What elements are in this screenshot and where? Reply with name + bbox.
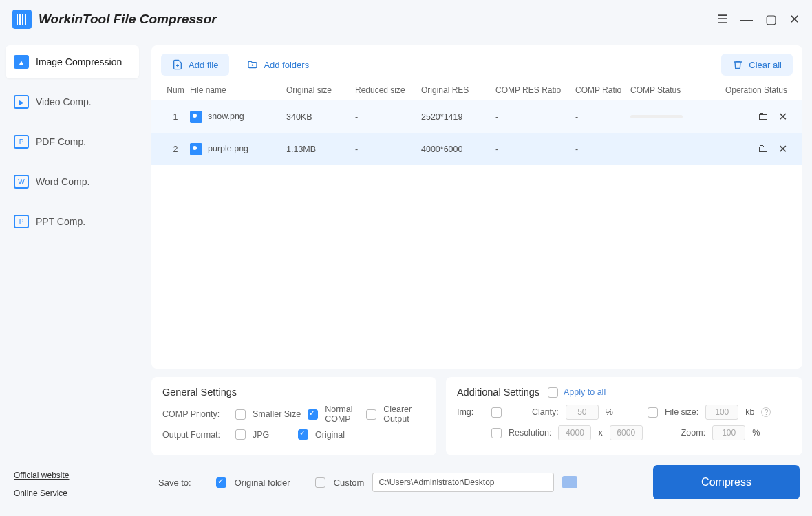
titlebar: WorkinTool File Compressor ☰ — ▢ ✕ bbox=[0, 0, 812, 39]
menu-list-icon[interactable]: ☰ bbox=[717, 12, 728, 27]
sidebar-item-label: PPT Comp. bbox=[36, 216, 85, 227]
add-file-button[interactable]: Add file bbox=[161, 54, 229, 76]
official-website-link[interactable]: Official website bbox=[14, 471, 131, 480]
open-folder-icon[interactable]: 🗀 bbox=[758, 142, 769, 155]
general-settings-box: General Settings COMP Priority: Smaller … bbox=[151, 377, 436, 455]
original-folder-checkbox[interactable] bbox=[216, 477, 226, 488]
filesize-checkbox[interactable] bbox=[648, 407, 658, 418]
res-h-input[interactable] bbox=[610, 425, 643, 440]
open-folder-icon[interactable]: 🗀 bbox=[758, 110, 769, 123]
custom-folder-checkbox[interactable] bbox=[315, 477, 325, 488]
pdf-icon: P bbox=[14, 135, 29, 149]
video-icon: ▶ bbox=[14, 95, 29, 109]
remove-row-icon[interactable]: ✕ bbox=[778, 110, 787, 123]
image-file-icon bbox=[190, 111, 202, 123]
add-folders-icon bbox=[247, 59, 258, 70]
word-icon: W bbox=[14, 175, 29, 189]
normal-comp-checkbox[interactable] bbox=[308, 409, 318, 420]
additional-settings-title: Additional Settings bbox=[457, 387, 539, 398]
sidebar-item-pdf-comp[interactable]: P PDF Comp. bbox=[6, 125, 139, 158]
jpg-checkbox[interactable] bbox=[235, 429, 246, 440]
sidebar-item-label: Video Comp. bbox=[36, 96, 92, 107]
clear-all-button[interactable]: Clear all bbox=[721, 54, 793, 76]
additional-settings-box: Additional Settings Apply to all Img: Cl… bbox=[446, 377, 802, 455]
remove-row-icon[interactable]: ✕ bbox=[778, 142, 787, 155]
save-to-row: Save to: Original folder Custom Compress bbox=[151, 455, 802, 509]
image-file-icon bbox=[190, 143, 202, 155]
filesize-input[interactable] bbox=[705, 405, 738, 420]
help-icon[interactable]: ? bbox=[761, 407, 771, 417]
zoom-input[interactable] bbox=[712, 425, 745, 440]
progress-bar bbox=[630, 115, 683, 118]
sidebar-item-ppt-comp[interactable]: P PPT Comp. bbox=[6, 205, 139, 238]
resolution-checkbox[interactable] bbox=[491, 428, 502, 438]
sidebar-item-label: Word Comp. bbox=[36, 176, 89, 187]
clearer-output-checkbox[interactable] bbox=[366, 409, 376, 420]
app-title: WorkinTool File Compressor bbox=[39, 12, 217, 27]
add-folders-button[interactable]: Add folders bbox=[236, 54, 320, 76]
maximize-icon[interactable]: ▢ bbox=[765, 12, 777, 27]
main-panel: Add file Add folders Clear all Num File … bbox=[151, 45, 802, 369]
res-w-input[interactable] bbox=[558, 425, 591, 440]
apply-to-all-checkbox[interactable] bbox=[548, 387, 558, 398]
add-file-icon bbox=[172, 59, 183, 70]
image-icon: ▲ bbox=[14, 55, 29, 69]
sidebar-item-label: Image Compression bbox=[36, 56, 122, 67]
img-checkbox[interactable] bbox=[491, 407, 502, 418]
minimize-icon[interactable]: — bbox=[740, 12, 753, 27]
sidebar-item-word-comp[interactable]: W Word Comp. bbox=[6, 165, 139, 198]
online-service-link[interactable]: Online Service bbox=[14, 488, 131, 498]
save-path-input[interactable] bbox=[372, 473, 554, 492]
app-logo-icon bbox=[12, 10, 32, 29]
compress-button[interactable]: Compress bbox=[653, 465, 800, 499]
sidebar-item-label: PDF Comp. bbox=[36, 136, 86, 147]
close-icon[interactable]: ✕ bbox=[789, 12, 800, 27]
sidebar-item-video-comp[interactable]: ▶ Video Comp. bbox=[6, 85, 139, 118]
browse-folder-icon[interactable] bbox=[562, 476, 577, 488]
smaller-size-checkbox[interactable] bbox=[235, 409, 246, 420]
general-settings-title: General Settings bbox=[162, 387, 425, 398]
trash-icon bbox=[732, 59, 743, 70]
table-header: Num File name Original size Reduced size… bbox=[151, 80, 802, 100]
original-format-checkbox[interactable] bbox=[298, 429, 308, 440]
table-row[interactable]: 2 purple.png 1.13MB - 4000*6000 - - 🗀✕ bbox=[151, 133, 802, 165]
sidebar: ▲ Image Compression ▶ Video Comp. P PDF … bbox=[0, 39, 145, 516]
clarity-input[interactable] bbox=[566, 405, 599, 420]
window-controls: ☰ — ▢ ✕ bbox=[717, 12, 800, 27]
table-row[interactable]: 1 snow.png 340KB - 2520*1419 - - 🗀✕ bbox=[151, 100, 802, 133]
ppt-icon: P bbox=[14, 215, 29, 228]
sidebar-item-image-compression[interactable]: ▲ Image Compression bbox=[6, 45, 139, 78]
